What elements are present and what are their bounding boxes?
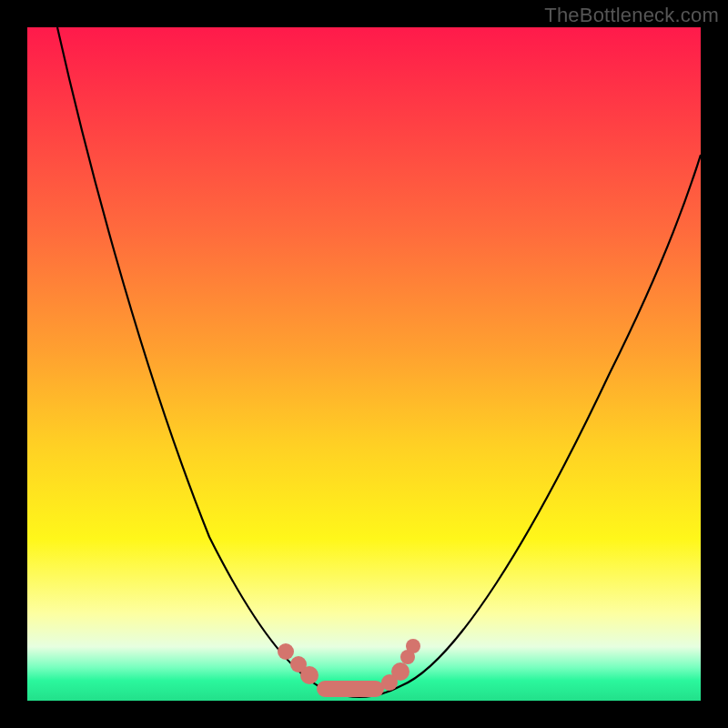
watermark-text: TheBottleneck.com xyxy=(544,4,719,27)
svg-point-2 xyxy=(300,666,318,684)
curve-layer xyxy=(27,27,701,701)
svg-point-0 xyxy=(278,643,294,660)
svg-point-5 xyxy=(391,662,410,681)
bottleneck-curve xyxy=(57,27,701,697)
highlight-markers xyxy=(278,639,420,697)
svg-rect-3 xyxy=(317,681,384,697)
svg-point-7 xyxy=(406,639,420,653)
chart-frame: TheBottleneck.com xyxy=(0,0,728,728)
plot-area xyxy=(27,27,701,701)
